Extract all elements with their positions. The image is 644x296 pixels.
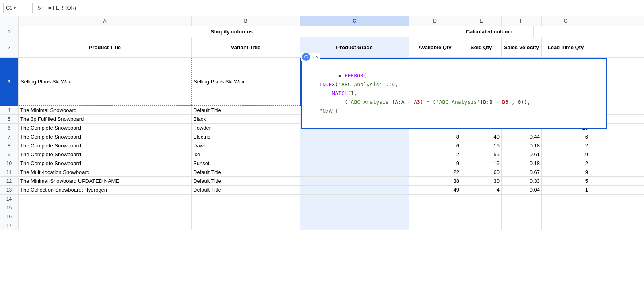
cell-d16[interactable]: [409, 212, 461, 221]
cell-d13[interactable]: 49: [409, 186, 461, 194]
cell-g14[interactable]: [542, 195, 590, 203]
cell-c17[interactable]: [300, 221, 409, 230]
cell-c8[interactable]: [300, 141, 409, 150]
cell-b9[interactable]: Ice: [192, 150, 300, 159]
cell-b6[interactable]: Powder: [192, 124, 300, 132]
cell-c13[interactable]: [300, 186, 409, 194]
cell-b17[interactable]: [192, 221, 300, 230]
col-header-e[interactable]: E: [461, 16, 502, 26]
col-header-d[interactable]: D: [409, 16, 461, 26]
cell-g15[interactable]: [542, 203, 590, 212]
cell-a11[interactable]: The Multi-location Snowboard: [19, 168, 192, 176]
col-header-c[interactable]: C: [300, 16, 409, 26]
cell-f16[interactable]: [502, 212, 542, 221]
col-header-a[interactable]: A: [19, 16, 192, 26]
cell-g7[interactable]: 6: [542, 132, 590, 141]
cell-b14[interactable]: [192, 195, 300, 203]
cell-e17[interactable]: [461, 221, 502, 230]
cell-b16[interactable]: [192, 212, 300, 221]
cell-a12[interactable]: The Minimal Snowboard UPDATED NAME: [19, 177, 192, 185]
cell-f14[interactable]: [502, 195, 542, 203]
cell-a4[interactable]: The Minimal Snowboard: [19, 106, 192, 114]
cell-a17[interactable]: [19, 221, 192, 230]
cell-e16[interactable]: [461, 212, 502, 221]
cell-e13[interactable]: 4: [461, 186, 502, 194]
cell-g17[interactable]: [542, 221, 590, 230]
cell-a14[interactable]: [19, 195, 192, 203]
close-formula-popup-button[interactable]: ✕: [313, 54, 320, 60]
cell-b7[interactable]: Electric: [192, 132, 300, 141]
cell-c9[interactable]: [300, 150, 409, 159]
cell-g12[interactable]: 5: [542, 177, 590, 185]
cell-e15[interactable]: [461, 203, 502, 212]
cell-d12[interactable]: 38: [409, 177, 461, 185]
cell-d8[interactable]: 6: [409, 141, 461, 150]
cell-a6[interactable]: The Complete Snowboard: [19, 124, 192, 132]
col-header-g[interactable]: G: [542, 16, 590, 26]
cell-b11[interactable]: Default Title: [192, 168, 300, 176]
cell-c3[interactable]: =IFERROR( INDEX('ABC Analysis'!D:D, MATC…: [300, 58, 409, 106]
cell-f7[interactable]: 0.44: [502, 132, 542, 141]
cell-d10[interactable]: 9: [409, 159, 461, 168]
cell-c14[interactable]: [300, 195, 409, 203]
cell-f13[interactable]: 0.04: [502, 186, 542, 194]
cell-d15[interactable]: [409, 203, 461, 212]
cell-a8[interactable]: The Complete Snowboard: [19, 141, 192, 150]
cell-b3[interactable]: Selling Plans Ski Wax: [192, 58, 300, 106]
cell-e14[interactable]: [461, 195, 502, 203]
cell-b15[interactable]: [192, 203, 300, 212]
cell-g10[interactable]: 2: [542, 159, 590, 168]
cell-c12[interactable]: [300, 177, 409, 185]
header-variant-title[interactable]: Variant Title: [192, 37, 300, 57]
header-product-title[interactable]: Product Title: [19, 37, 192, 57]
cell-b13[interactable]: Default Title: [192, 186, 300, 194]
formula-input[interactable]: [47, 3, 641, 13]
cell-c11[interactable]: [300, 168, 409, 176]
cell-g11[interactable]: 9: [542, 168, 590, 176]
cell-d7[interactable]: 8: [409, 132, 461, 141]
cell-f15[interactable]: [502, 203, 542, 212]
cell-ref-dropdown-icon[interactable]: ▾: [14, 6, 16, 10]
cell-a15[interactable]: [19, 203, 192, 212]
cell-f17[interactable]: [502, 221, 542, 230]
cell-d9[interactable]: 2: [409, 150, 461, 159]
cell-a7[interactable]: The Complete Snowboard: [19, 132, 192, 141]
cell-e8[interactable]: 16: [461, 141, 502, 150]
cell-e10[interactable]: 16: [461, 159, 502, 168]
cell-g13[interactable]: 1: [542, 186, 590, 194]
cell-a13[interactable]: The Collection Snowboard: Hydrogen: [19, 186, 192, 194]
cell-f8[interactable]: 0.18: [502, 141, 542, 150]
cell-a10[interactable]: The Complete Snowboard: [19, 159, 192, 168]
col-header-f[interactable]: F: [502, 16, 542, 26]
cell-a9[interactable]: The Complete Snowboard: [19, 150, 192, 159]
cell-b10[interactable]: Sunset: [192, 159, 300, 168]
cell-c15[interactable]: [300, 203, 409, 212]
cell-d17[interactable]: [409, 221, 461, 230]
cell-b8[interactable]: Dawn: [192, 141, 300, 150]
cell-g8[interactable]: 2: [542, 141, 590, 150]
cell-a16[interactable]: [19, 212, 192, 221]
cell-b5[interactable]: Black: [192, 115, 300, 123]
cell-d11[interactable]: 22: [409, 168, 461, 176]
header-available-qty[interactable]: Available Qty: [409, 37, 461, 57]
cell-reference-box[interactable]: C3 ▾: [3, 3, 27, 13]
cell-f11[interactable]: 0.67: [502, 168, 542, 176]
cell-a3[interactable]: Selling Plans Ski Wax: [19, 58, 192, 106]
cell-c7[interactable]: [300, 132, 409, 141]
cell-f10[interactable]: 0.18: [502, 159, 542, 168]
cell-d14[interactable]: [409, 195, 461, 203]
cell-f12[interactable]: 0.33: [502, 177, 542, 185]
header-sold-qty[interactable]: Sold Qty: [461, 37, 502, 57]
cell-e11[interactable]: 60: [461, 168, 502, 176]
cell-b4[interactable]: Default Title: [192, 106, 300, 114]
cell-e9[interactable]: 55: [461, 150, 502, 159]
cell-c16[interactable]: [300, 212, 409, 221]
cell-a5[interactable]: The 3p Fulfilled Snowboard: [19, 115, 192, 123]
col-header-b[interactable]: B: [192, 16, 300, 26]
cell-b12[interactable]: Default Title: [192, 177, 300, 185]
cell-g16[interactable]: [542, 212, 590, 221]
cell-g9[interactable]: 9: [542, 150, 590, 159]
cell-c10[interactable]: [300, 159, 409, 168]
header-sales-velocity[interactable]: Sales Velocity: [502, 37, 542, 57]
cell-e12[interactable]: 30: [461, 177, 502, 185]
